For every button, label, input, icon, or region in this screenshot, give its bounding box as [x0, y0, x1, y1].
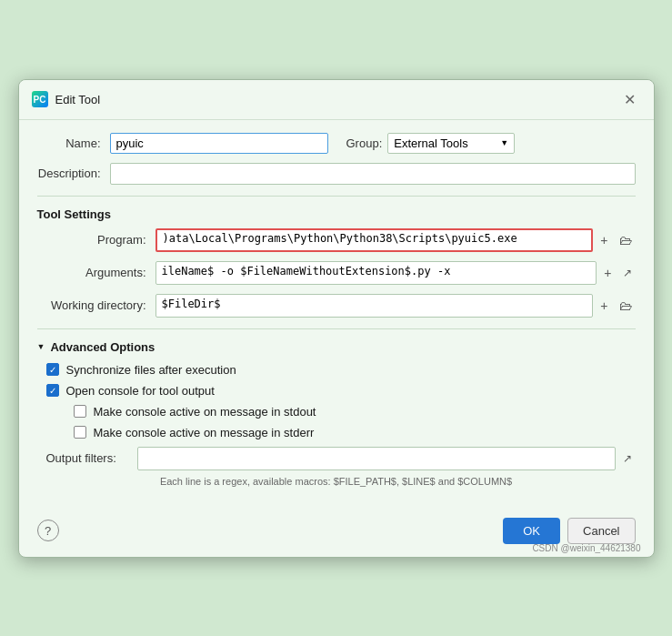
program-field-container: )ata\Local\Programs\Python\Python38\Scri…: [155, 228, 636, 252]
output-filters-input[interactable]: [137, 447, 616, 470]
ok-button[interactable]: OK: [503, 518, 560, 544]
arguments-label: Arguments:: [37, 266, 155, 279]
chevron-down-icon-advanced: ▼: [37, 342, 45, 351]
description-label: Description:: [37, 167, 110, 180]
arguments-field[interactable]: ileName$ -o $FileNameWithoutExtension$.p…: [155, 261, 597, 285]
close-button[interactable]: ✕: [618, 89, 641, 110]
dialog-title: Edit Tool: [55, 93, 101, 106]
pycharm-icon: PC: [32, 91, 48, 107]
make-active-stderr-checkbox[interactable]: [74, 426, 86, 439]
arguments-row: Arguments: ileName$ -o $FileNameWithoutE…: [37, 261, 636, 285]
open-console-row: ✓ Open console for tool output: [46, 384, 636, 398]
program-folder-button[interactable]: 🗁: [616, 231, 636, 249]
program-add-button[interactable]: +: [597, 231, 611, 249]
help-button[interactable]: ?: [37, 520, 59, 541]
advanced-section: ▼ Advanced Options ✓ Synchronize files a…: [37, 340, 636, 487]
working-dir-field-container: $FileDir$ + 🗁: [155, 294, 636, 318]
output-filters-field-container: ↗: [137, 447, 636, 470]
working-dir-label: Working directory:: [37, 298, 155, 312]
output-filters-label: Output filters:: [46, 451, 137, 465]
footer-buttons: OK Cancel: [503, 518, 635, 544]
chevron-down-icon: ▼: [500, 138, 508, 147]
arguments-expand-button[interactable]: ↗: [619, 265, 636, 281]
working-dir-folder-button[interactable]: 🗁: [616, 297, 636, 315]
program-label: Program:: [37, 233, 155, 247]
sync-files-row: ✓ Synchronize files after execution: [46, 363, 636, 377]
name-input[interactable]: [110, 133, 328, 154]
arguments-add-button[interactable]: +: [600, 264, 615, 282]
divider-2: [37, 328, 636, 329]
output-filters-expand-button[interactable]: ↗: [619, 450, 636, 467]
tool-settings-title: Tool Settings: [37, 207, 636, 221]
title-bar: PC Edit Tool ✕: [19, 80, 654, 120]
sync-files-label: Synchronize files after execution: [66, 363, 236, 377]
dialog-body: Name: Group: External Tools ▼ Descriptio…: [19, 120, 654, 510]
make-active-stdout-checkbox[interactable]: [74, 405, 86, 418]
divider-1: [37, 196, 636, 197]
program-row: Program: )ata\Local\Programs\Python\Pyth…: [37, 228, 636, 252]
description-input[interactable]: [110, 163, 636, 185]
group-value: External Tools: [394, 136, 467, 150]
sync-files-checkbox[interactable]: ✓: [46, 363, 59, 376]
cancel-button[interactable]: Cancel: [567, 518, 635, 544]
output-filters-row: Output filters: ↗: [46, 447, 636, 470]
open-console-label: Open console for tool output: [66, 384, 215, 398]
make-active-stderr-row: Make console active on message in stderr: [74, 426, 636, 439]
watermark: CSDN @weixin_44621380: [532, 543, 640, 553]
working-dir-add-button[interactable]: +: [597, 297, 611, 315]
make-active-stderr-label: Make console active on message in stderr: [94, 426, 315, 439]
make-active-stdout-row: Make console active on message in stdout: [74, 405, 636, 419]
group-select[interactable]: External Tools ▼: [387, 133, 515, 154]
hint-text: Each line is a regex, available macros: …: [37, 476, 636, 487]
arguments-field-container: ileName$ -o $FileNameWithoutExtension$.p…: [155, 261, 636, 285]
group-label: Group:: [346, 136, 383, 150]
name-label: Name:: [37, 136, 110, 150]
group-row: Group: External Tools ▼: [346, 133, 516, 154]
advanced-title-row[interactable]: ▼ Advanced Options: [37, 340, 636, 354]
working-dir-field[interactable]: $FileDir$: [155, 294, 594, 318]
working-dir-row: Working directory: $FileDir$ + 🗁: [37, 294, 636, 318]
make-active-stdout-label: Make console active on message in stdout: [94, 405, 316, 419]
tool-settings-section: Tool Settings Program: )ata\Local\Progra…: [37, 207, 636, 318]
advanced-title-text: Advanced Options: [50, 340, 155, 354]
open-console-checkbox[interactable]: ✓: [46, 384, 59, 397]
title-bar-left: PC Edit Tool: [32, 91, 101, 107]
description-row: Description:: [37, 163, 636, 185]
program-field[interactable]: )ata\Local\Programs\Python\Python38\Scri…: [155, 228, 594, 252]
name-group-row: Name: Group: External Tools ▼: [37, 133, 636, 154]
edit-tool-dialog: PC Edit Tool ✕ Name: Group: External Too…: [18, 79, 655, 558]
